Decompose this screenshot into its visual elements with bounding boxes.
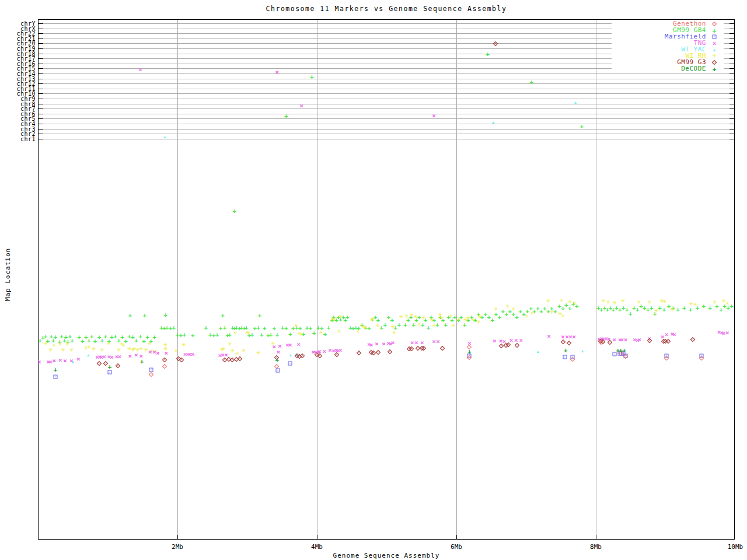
cross-marker-glyph: ×	[58, 356, 62, 364]
y-tick-right	[729, 114, 734, 114]
star-marker-glyph: ✳	[494, 306, 498, 312]
cross-marker-glyph: ×	[725, 329, 729, 337]
star-marker-glyph: ✳	[525, 313, 529, 319]
y-tick-right	[729, 64, 734, 64]
chart-title: Chromosome 11 Markers vs Genome Sequence…	[38, 5, 735, 13]
cross-marker-glyph: ×	[410, 339, 414, 346]
plus-marker-glyph: +	[383, 321, 388, 328]
plus-marker-glyph: +	[529, 78, 533, 86]
cross-marker-glyph: ×	[493, 337, 497, 345]
plus-marker-glyph: +	[70, 337, 74, 344]
y-tick-left	[39, 68, 43, 69]
chromosome-row-line	[39, 118, 734, 119]
chromosome-row-line	[39, 99, 734, 99]
y-tick-left	[39, 134, 43, 134]
chromosome-row-line	[39, 93, 734, 94]
chromosome-row-line	[39, 108, 734, 109]
chromosome-row-line	[39, 79, 734, 79]
star-marker-glyph: ✳	[139, 346, 144, 352]
star-marker-glyph: ✳	[511, 306, 516, 312]
y-tick-left	[39, 79, 43, 79]
cross-marker-glyph: ×	[164, 349, 168, 357]
y-tick-left	[39, 54, 43, 54]
plus-marker-glyph: +	[204, 324, 208, 331]
star-marker-glyph: ✳	[58, 341, 62, 347]
star-marker-glyph: ✳	[530, 310, 535, 316]
y-tick-right	[729, 93, 734, 94]
cross-marker-glyph: ×	[414, 339, 418, 346]
cross-marker-glyph: ×	[110, 354, 114, 361]
x-tick-4mb	[317, 535, 317, 540]
chromosome-row-line	[39, 74, 734, 74]
y-tick-left	[39, 38, 43, 39]
plus-marker-glyph: +	[54, 333, 58, 341]
plus-marker-glyph: +	[223, 324, 227, 331]
plus-marker-glyph: +	[128, 312, 132, 319]
x-gridline-8mb	[596, 20, 596, 539]
plus-marker-glyph: +	[345, 313, 350, 321]
star-marker-glyph: ✳	[612, 300, 617, 306]
cross-marker-glyph: ×	[665, 331, 669, 338]
star-marker-glyph: ✳	[69, 347, 74, 353]
y-tick-right	[729, 29, 734, 29]
star-marker-glyph: ✳	[43, 341, 48, 346]
y-tick-right	[729, 139, 734, 139]
chromosome-row-line	[39, 104, 734, 104]
plus-marker-glyph: +	[219, 324, 223, 332]
y-tick-right	[729, 83, 734, 84]
plus-marker-glyph: +	[54, 366, 58, 373]
y-tick-right	[729, 74, 734, 74]
x-gridline-4mb	[317, 20, 317, 539]
plus-marker-glyph: +	[676, 306, 680, 313]
plus-marker-glyph: +	[622, 346, 626, 354]
y-tick-right	[729, 23, 734, 24]
y-tick-right	[729, 104, 734, 104]
plus-marker-glyph: +	[221, 312, 225, 319]
star-marker-glyph: ✳	[559, 298, 564, 303]
triangle-marker-glyph: ▴	[492, 120, 494, 125]
y-tick-right	[729, 43, 734, 44]
star-marker-glyph: ✳	[390, 324, 395, 330]
y-tick-right	[729, 118, 734, 119]
y-tick-left	[39, 124, 43, 124]
y-tick-left	[39, 58, 43, 59]
y-tick-right	[729, 33, 734, 34]
triangle-marker-glyph: ▴	[713, 47, 715, 52]
star-marker-glyph: ✳	[294, 323, 298, 328]
star-marker-glyph: ✳	[546, 298, 551, 304]
legend-marker-wi-yac: ▴	[706, 46, 722, 52]
star-marker-glyph: ✳	[233, 330, 238, 336]
cross-marker-glyph: ×	[69, 357, 74, 365]
y-tick-right	[729, 68, 734, 69]
plus-marker-glyph: +	[310, 73, 314, 80]
star-marker-glyph: ✳	[620, 298, 625, 304]
plus-marker-glyph: +	[580, 123, 584, 130]
cross-marker-glyph: ×	[432, 338, 436, 345]
star-marker-glyph: ✳	[364, 325, 368, 331]
star-marker-glyph: ✳	[573, 300, 577, 306]
star-marker-glyph: ✳	[662, 299, 667, 304]
plus-marker-glyph: +	[258, 312, 262, 319]
star-marker-glyph: ✳	[399, 314, 404, 320]
y-tick-left	[39, 74, 43, 74]
x-tick-label-8mb: 8Mb	[578, 543, 613, 551]
y-tick-right	[729, 38, 734, 39]
cross-marker-glyph: ×	[76, 355, 81, 363]
odiamond-marker-glyph	[712, 21, 717, 26]
plot-area-border	[38, 19, 735, 540]
y-axis-title: Map Location	[4, 243, 12, 307]
plus-marker-glyph: +	[284, 112, 288, 120]
cross-marker-glyph: ×	[375, 340, 379, 348]
star-marker-glyph: ✳	[181, 342, 186, 348]
y-tick-left	[39, 83, 43, 84]
cross-marker-glyph: ×	[148, 348, 152, 356]
star-marker-glyph: ✳	[242, 348, 246, 354]
legend-marker-gm99-gb4: +	[706, 27, 722, 33]
plus-marker-glyph: +	[713, 65, 717, 72]
cross-marker-glyph: ×	[613, 336, 617, 344]
cross-marker-glyph: ×	[138, 66, 142, 74]
y-tick-left	[39, 99, 43, 99]
star-marker-glyph: ✳	[147, 341, 152, 346]
star-marker-glyph: ✳	[478, 314, 483, 320]
x-tick-label-6mb: 6Mb	[439, 543, 474, 551]
